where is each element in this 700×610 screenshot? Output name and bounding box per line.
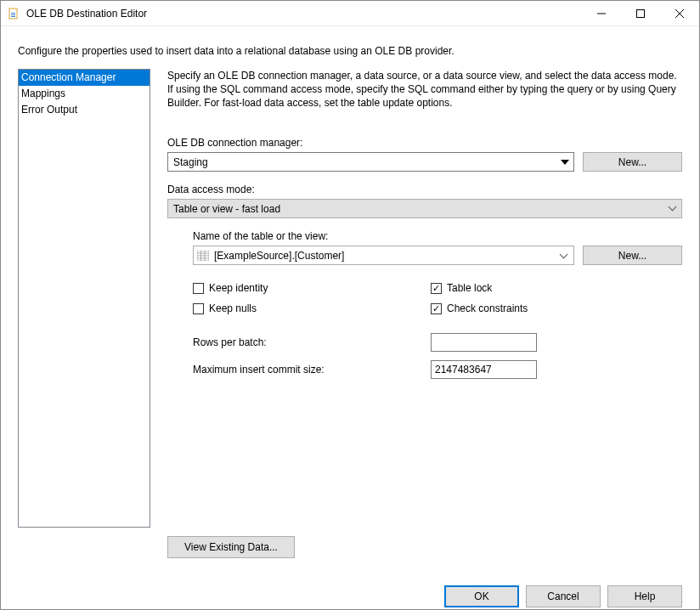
sidebar-item-error-output[interactable]: Error Output xyxy=(19,102,150,118)
check-constraints-checkbox[interactable]: Check constraints xyxy=(431,302,669,314)
new-table-button[interactable]: New... xyxy=(583,246,682,265)
max-commit-size-label: Maximum insert commit size: xyxy=(193,364,431,376)
category-sidebar: Connection Manager Mappings Error Output xyxy=(18,69,150,528)
cancel-button[interactable]: Cancel xyxy=(526,585,601,607)
chevron-down-icon xyxy=(557,160,572,165)
ok-button[interactable]: OK xyxy=(444,585,519,607)
checkbox-icon xyxy=(193,303,204,314)
max-commit-size-input[interactable] xyxy=(431,360,537,379)
connection-manager-label: OLE DB connection manager: xyxy=(167,137,682,149)
sidebar-item-connection-manager[interactable]: Connection Manager xyxy=(19,70,150,86)
table-name-dropdown[interactable]: [ExampleSource].[Customer] xyxy=(193,246,574,265)
settings-panel: Specify an OLE DB connection manager, a … xyxy=(167,69,682,565)
panel-description: Specify an OLE DB connection manager, a … xyxy=(167,69,682,110)
help-button[interactable]: Help xyxy=(607,585,682,607)
chevron-down-icon xyxy=(669,206,676,211)
maximize-icon xyxy=(636,9,645,18)
table-name-label: Name of the table or the view: xyxy=(193,230,682,242)
keep-identity-label: Keep identity xyxy=(209,282,268,294)
svg-rect-5 xyxy=(637,9,645,17)
svg-rect-3 xyxy=(11,16,15,17)
title-bar: OLE DB Destination Editor xyxy=(1,1,699,26)
dialog-footer: OK Cancel Help xyxy=(1,575,699,610)
close-button[interactable] xyxy=(660,1,699,26)
check-constraints-label: Check constraints xyxy=(447,302,528,314)
rows-per-batch-input[interactable] xyxy=(431,333,537,352)
data-access-mode-dropdown[interactable]: Table or view - fast load xyxy=(167,199,682,218)
close-icon xyxy=(675,9,684,18)
window-title: OLE DB Destination Editor xyxy=(26,8,582,20)
svg-rect-2 xyxy=(11,14,15,15)
minimize-button[interactable] xyxy=(582,1,621,26)
rows-per-batch-label: Rows per batch: xyxy=(193,336,431,348)
connection-manager-value: Staging xyxy=(173,156,557,168)
keep-identity-checkbox[interactable]: Keep identity xyxy=(193,282,431,294)
table-icon xyxy=(197,251,209,261)
svg-rect-1 xyxy=(11,13,15,14)
data-access-mode-label: Data access mode: xyxy=(167,184,682,195)
minimize-icon xyxy=(597,9,606,18)
app-icon xyxy=(8,7,21,20)
checkbox-icon xyxy=(431,303,442,314)
table-lock-checkbox[interactable]: Table lock xyxy=(431,282,669,294)
view-existing-data-button[interactable]: View Existing Data... xyxy=(167,536,295,558)
checkbox-icon xyxy=(431,283,442,294)
chevron-down-icon xyxy=(561,254,567,257)
keep-nulls-checkbox[interactable]: Keep nulls xyxy=(193,302,431,314)
data-access-mode-value: Table or view - fast load xyxy=(173,203,280,215)
keep-nulls-label: Keep nulls xyxy=(209,302,257,314)
maximize-button[interactable] xyxy=(621,1,660,26)
dialog-subtitle: Configure the properties used to insert … xyxy=(1,26,699,69)
checkbox-icon xyxy=(193,283,204,294)
table-lock-label: Table lock xyxy=(447,282,492,294)
table-name-value: [ExampleSource].[Customer] xyxy=(214,250,344,262)
sidebar-item-mappings[interactable]: Mappings xyxy=(19,86,150,102)
new-connection-button[interactable]: New... xyxy=(583,152,682,172)
connection-manager-combo[interactable]: Staging xyxy=(167,152,574,172)
